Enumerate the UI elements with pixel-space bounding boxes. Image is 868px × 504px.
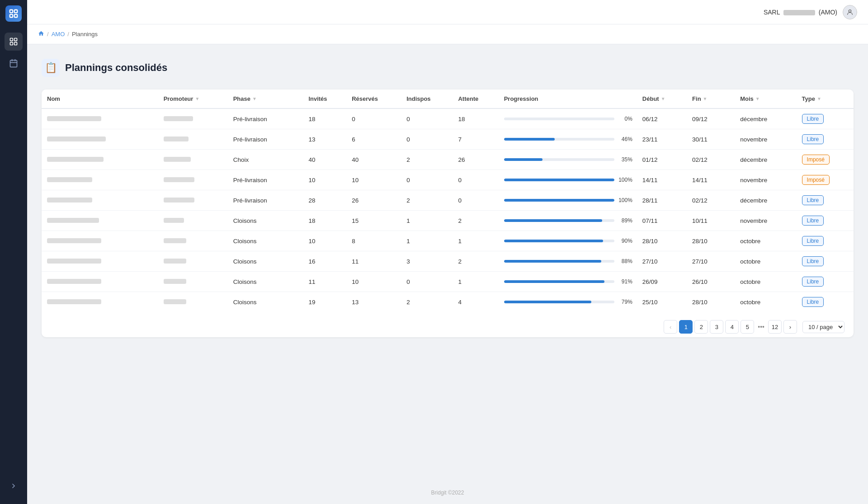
cell-fin: 28/10 [687, 231, 735, 251]
col-mois[interactable]: Mois▼ [735, 89, 796, 108]
cell-invites: 28 [303, 190, 346, 211]
progress-bar-bg [504, 240, 614, 242]
cell-type: Imposé [797, 170, 854, 190]
pagination-page-12[interactable]: 12 [768, 320, 782, 334]
table-row: Cloisons161132 88% 27/1027/10octobreLibr… [42, 251, 854, 272]
svg-rect-3 [14, 14, 17, 17]
cell-nom [42, 108, 158, 129]
cell-reserves: 8 [346, 231, 401, 251]
cell-debut: 28/11 [637, 190, 687, 211]
cell-indispos: 0 [401, 129, 453, 150]
progress-bar-fill [504, 179, 614, 181]
pagination-page-2[interactable]: 2 [694, 320, 708, 334]
page-title-row: 📋 Plannings consolidés [42, 59, 854, 77]
col-type[interactable]: Type▼ [797, 89, 854, 108]
cell-fin: 10/11 [687, 211, 735, 231]
pagination-page-4[interactable]: 4 [725, 320, 739, 334]
pagination: ‹ 1 2 3 4 5 ••• 12 › 10 / page 25 / page… [42, 312, 854, 337]
cell-phase: Pré-livraison [228, 190, 303, 211]
per-page-select[interactable]: 10 / page 25 / page 50 / page [802, 321, 844, 333]
cell-debut: 26/09 [637, 272, 687, 292]
topbar: SARL (AMO) [27, 0, 868, 24]
progress-bar-bg [504, 138, 614, 141]
pagination-page-3[interactable]: 3 [710, 320, 723, 334]
sort-debut-icon: ▼ [661, 96, 665, 101]
topbar-avatar[interactable] [843, 5, 857, 19]
cell-progression: 88% [499, 251, 637, 272]
sidebar [0, 0, 27, 504]
cell-type: Libre [797, 211, 854, 231]
breadcrumb-sep-2: / [67, 31, 69, 38]
cell-attente: 4 [453, 292, 498, 312]
cell-fin: 02/12 [687, 150, 735, 170]
cell-promoteur [158, 150, 228, 170]
cell-promoteur [158, 211, 228, 231]
svg-rect-8 [10, 60, 17, 67]
cell-promoteur [158, 129, 228, 150]
pagination-page-1[interactable]: 1 [679, 320, 693, 334]
cell-phase: Pré-livraison [228, 170, 303, 190]
col-promoteur[interactable]: Promoteur▼ [158, 89, 228, 108]
cell-debut: 28/10 [637, 231, 687, 251]
col-fin[interactable]: Fin▼ [687, 89, 735, 108]
col-phase[interactable]: Phase▼ [228, 89, 303, 108]
cell-phase: Cloisons [228, 272, 303, 292]
progress-bar-fill [504, 301, 591, 303]
cell-attente: 0 [453, 170, 498, 190]
col-debut[interactable]: Début▼ [637, 89, 687, 108]
progress-bar-bg [504, 158, 614, 161]
progress-bar-fill [504, 260, 601, 263]
svg-rect-2 [10, 14, 13, 17]
sort-promoteur-icon: ▼ [195, 96, 199, 101]
cell-progression: 90% [499, 231, 637, 251]
cell-fin: 28/10 [687, 292, 735, 312]
sidebar-expand-button[interactable] [5, 477, 23, 495]
type-badge: Libre [802, 277, 824, 287]
cell-promoteur [158, 170, 228, 190]
cell-phase: Cloisons [228, 231, 303, 251]
page-title: Plannings consolidés [65, 62, 167, 74]
type-badge: Libre [802, 195, 824, 205]
cell-mois: octobre [735, 251, 796, 272]
cell-progression: 100% [499, 170, 637, 190]
progress-bar-fill [504, 240, 604, 242]
sidebar-item-grid[interactable] [5, 33, 23, 51]
progress-pct: 46% [618, 136, 632, 142]
breadcrumb-amo[interactable]: AMO [52, 31, 65, 38]
cell-indispos: 0 [401, 272, 453, 292]
cell-fin: 26/10 [687, 272, 735, 292]
cell-type: Libre [797, 251, 854, 272]
progress-bar-fill [504, 158, 542, 161]
table-row: Pré-livraison282620 100% 28/1102/12décem… [42, 190, 854, 211]
cell-phase: Pré-livraison [228, 108, 303, 129]
cell-phase: Cloisons [228, 251, 303, 272]
topbar-user-label: SARL (AMO) [764, 9, 837, 16]
pagination-page-5[interactable]: 5 [741, 320, 754, 334]
breadcrumb-home-icon[interactable] [38, 30, 44, 38]
cell-reserves: 11 [346, 251, 401, 272]
plannings-table-container: Nom Promoteur▼ Phase▼ Invités Réservés [42, 89, 854, 337]
progress-pct: 89% [618, 217, 632, 224]
cell-invites: 11 [303, 272, 346, 292]
progress-pct: 0% [618, 116, 632, 122]
sidebar-item-calendar[interactable] [5, 54, 23, 72]
breadcrumb-sep-1: / [47, 31, 49, 38]
progress-bar-fill [504, 219, 602, 222]
pagination-next[interactable]: › [783, 320, 797, 334]
pagination-prev[interactable]: ‹ [664, 320, 677, 334]
cell-progression: 91% [499, 272, 637, 292]
table-body: Pré-livraison180018 0% 06/1209/12décembr… [42, 108, 854, 312]
progress-pct: 91% [618, 278, 632, 285]
col-indispos: Indispos [401, 89, 453, 108]
cell-type: Libre [797, 190, 854, 211]
table-row: Pré-livraison101000 100% 14/1114/11novem… [42, 170, 854, 190]
cell-mois: décembre [735, 190, 796, 211]
cell-progression: 100% [499, 190, 637, 211]
sort-phase-icon: ▼ [252, 96, 257, 101]
cell-indispos: 2 [401, 190, 453, 211]
cell-indispos: 1 [401, 231, 453, 251]
table-row: Cloisons111001 91% 26/0926/10octobreLibr… [42, 272, 854, 292]
cell-debut: 25/10 [637, 292, 687, 312]
cell-type: Libre [797, 292, 854, 312]
cell-promoteur [158, 292, 228, 312]
